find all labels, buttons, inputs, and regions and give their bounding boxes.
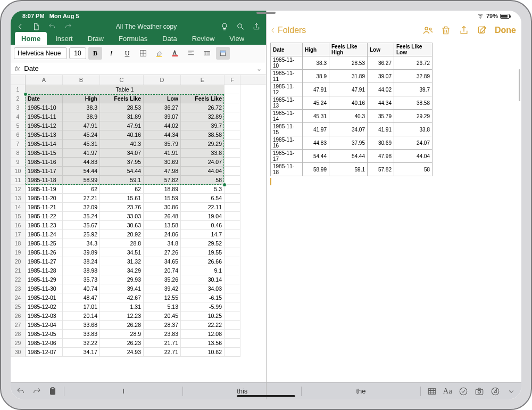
cell[interactable]: 34.3 <box>63 239 100 248</box>
cell[interactable] <box>225 275 240 284</box>
home-indicator[interactable] <box>237 395 295 397</box>
col-header-D[interactable]: D <box>144 75 181 85</box>
cell[interactable]: 25.92 <box>63 230 100 239</box>
cell[interactable]: 1985-11-28 <box>26 266 63 275</box>
cell[interactable]: 1985-11-15 <box>26 149 63 158</box>
cell[interactable]: 5.13 <box>144 302 181 311</box>
cell[interactable]: 33.8 <box>181 149 225 158</box>
cell[interactable] <box>225 130 240 140</box>
cell[interactable]: 32.89 <box>181 112 225 121</box>
cell[interactable]: 34.07 <box>100 149 144 158</box>
cell[interactable]: 31.89 <box>100 112 144 121</box>
cell[interactable]: 34.8 <box>144 239 181 248</box>
selection-handle[interactable] <box>222 183 227 187</box>
cell[interactable]: 40.16 <box>100 130 144 140</box>
cell[interactable]: 42.67 <box>100 293 144 302</box>
cell[interactable] <box>225 248 240 257</box>
cell[interactable]: 1985-11-11 <box>26 112 63 121</box>
cell[interactable]: 38.24 <box>63 257 100 266</box>
cell[interactable] <box>225 257 240 266</box>
cell[interactable]: 1985-12-02 <box>26 302 63 311</box>
cell[interactable]: 32.22 <box>63 339 100 348</box>
cell[interactable]: 1985-11-12 <box>26 121 63 130</box>
cell[interactable]: 14.7 <box>181 230 225 239</box>
table-icon[interactable] <box>427 387 437 396</box>
row-header[interactable]: 21 <box>11 266 26 275</box>
cell[interactable] <box>225 103 240 112</box>
cell[interactable] <box>225 149 240 158</box>
cell[interactable]: 15.61 <box>100 194 144 203</box>
cell[interactable]: 13.56 <box>181 339 225 348</box>
cell[interactable]: 1985-12-03 <box>26 311 63 321</box>
cell[interactable]: 19.55 <box>181 248 225 257</box>
tab-insert[interactable]: Insert <box>49 32 79 45</box>
font-selector[interactable]: Helvetica Neue <box>14 47 67 59</box>
row-header[interactable]: 2 <box>11 94 26 103</box>
cell[interactable] <box>225 203 240 212</box>
cell[interactable]: 5.3 <box>181 185 225 194</box>
cell[interactable]: 24.93 <box>100 348 144 357</box>
cell[interactable]: 45.24 <box>63 130 100 140</box>
cell[interactable]: 26.28 <box>100 321 144 330</box>
cell[interactable] <box>225 284 240 293</box>
cell[interactable]: 1985-11-10 <box>26 103 63 112</box>
cell[interactable]: 35.73 <box>63 275 100 284</box>
row-header[interactable]: 9 <box>11 158 26 167</box>
cell[interactable]: Feels Like High <box>100 94 144 103</box>
font-color-button[interactable]: A <box>168 47 182 60</box>
back-icon[interactable] <box>16 22 24 31</box>
split-handle[interactable] <box>256 12 276 14</box>
cell[interactable]: 1985-11-21 <box>26 203 63 212</box>
compose-icon[interactable] <box>477 25 487 36</box>
row-header[interactable]: 18 <box>11 239 26 248</box>
cell[interactable]: 38.9 <box>63 112 100 121</box>
col-header-B[interactable]: B <box>63 75 100 85</box>
row-header[interactable]: 15 <box>11 212 26 221</box>
cell[interactable]: -5.99 <box>181 302 225 311</box>
cell[interactable]: 35.67 <box>63 221 100 230</box>
selection-handle[interactable] <box>23 92 28 96</box>
cell[interactable]: 37.95 <box>100 158 144 167</box>
cell[interactable]: 28.53 <box>100 103 144 112</box>
cell[interactable]: 31.32 <box>100 257 144 266</box>
cell[interactable]: 34.29 <box>100 266 144 275</box>
tab-formulas[interactable]: Formulas <box>112 32 154 45</box>
row-header[interactable]: 13 <box>11 194 26 203</box>
font-size-selector[interactable]: 10 <box>69 47 86 59</box>
row-header[interactable]: 16 <box>11 221 26 230</box>
scroll-indicator[interactable] <box>519 69 520 101</box>
cell[interactable]: 1985-11-18 <box>26 176 63 185</box>
cell[interactable]: 47.98 <box>144 167 181 176</box>
cell[interactable]: 24.86 <box>144 230 181 239</box>
cell[interactable] <box>225 293 240 302</box>
cell[interactable]: 1985-11-14 <box>26 140 63 149</box>
cell[interactable] <box>225 221 240 230</box>
row-header[interactable]: 12 <box>11 185 26 194</box>
search-icon[interactable] <box>236 22 245 31</box>
cell[interactable]: 62 <box>63 185 100 194</box>
cell[interactable]: 1985-11-13 <box>26 130 63 140</box>
cell[interactable]: 30.69 <box>144 158 181 167</box>
cell[interactable]: 20.14 <box>63 311 100 321</box>
row-header[interactable]: 24 <box>11 293 26 302</box>
suggestion-3[interactable]: the <box>308 387 413 395</box>
cell[interactable]: 47.91 <box>100 121 144 130</box>
cell[interactable]: 27.26 <box>144 248 181 257</box>
cell[interactable]: 1985-12-06 <box>26 339 63 348</box>
select-all-corner[interactable] <box>11 75 26 85</box>
cell[interactable] <box>225 194 240 203</box>
cell[interactable]: 30.14 <box>181 275 225 284</box>
cell[interactable]: 1985-11-24 <box>26 230 63 239</box>
notes-share-icon[interactable] <box>459 25 469 36</box>
notes-body[interactable]: DateHighFeels Like HighLowFeels Like Low… <box>266 40 521 399</box>
cell[interactable]: 54.44 <box>63 167 100 176</box>
row-header[interactable]: 23 <box>11 284 26 293</box>
tab-review[interactable]: Review <box>186 32 221 45</box>
fx-value[interactable]: Date <box>24 64 252 72</box>
cell[interactable]: 34.65 <box>144 257 181 266</box>
cell[interactable] <box>225 85 240 94</box>
cell[interactable] <box>225 230 240 239</box>
row-header[interactable]: 30 <box>11 348 26 357</box>
row-header[interactable]: 25 <box>11 302 26 311</box>
cell[interactable]: 29.93 <box>100 275 144 284</box>
